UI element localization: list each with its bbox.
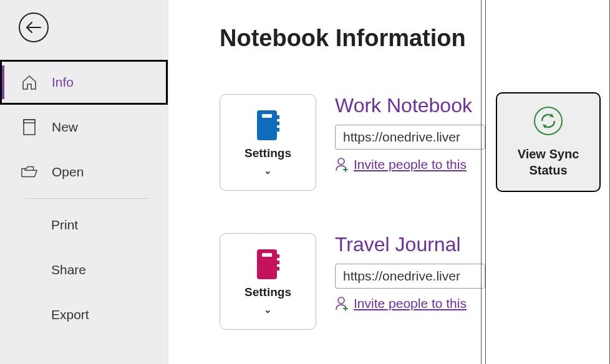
chevron-down-icon: ⌄ [264,165,272,176]
home-icon [21,74,38,91]
svg-rect-0 [24,120,35,135]
view-sync-status-button[interactable]: View Sync Status [496,92,601,192]
chevron-down-icon: ⌄ [264,304,272,315]
nav-print[interactable]: Print [0,203,168,247]
svg-rect-9 [262,253,272,257]
nav-label: New [52,120,78,135]
invite-row: Invite people to this [335,296,485,311]
notebook-icon [254,109,282,141]
page-title: Notebook Information [220,25,485,52]
sidebar-divider [25,198,149,199]
svg-rect-1 [24,120,35,123]
notebook-info: Travel Journal https://onedrive.liver In… [335,233,485,311]
folder-open-icon [21,163,38,181]
person-add-icon [335,296,350,311]
nav-info[interactable]: Info [0,60,168,105]
notebook-settings-button[interactable]: Settings ⌄ [220,94,316,191]
settings-label: Settings [244,146,291,160]
nav-new[interactable]: New [0,105,168,150]
vertical-separator [481,0,482,364]
notebook-title: Travel Journal [335,233,485,256]
notebook-settings-button[interactable]: Settings ⌄ [220,233,316,330]
right-column: View Sync Status [485,0,610,364]
center-column: Notebook Information Settings ⌄ Work Not… [168,0,485,364]
svg-rect-12 [277,267,279,271]
invite-link[interactable]: Invite people to this [354,157,467,172]
svg-rect-11 [277,261,279,264]
sync-label: View Sync Status [518,146,579,178]
nav-label: Open [52,165,84,180]
sync-icon [533,106,563,136]
main-panel: Notebook Information Settings ⌄ Work Not… [168,0,610,364]
svg-rect-3 [262,114,272,118]
svg-rect-10 [277,254,279,258]
nav-sub-label: Share [51,262,86,277]
notebook-row: Settings ⌄ Travel Journal https://onedri… [220,233,485,330]
notebook-icon [254,248,282,280]
svg-point-14 [535,107,562,135]
nav-sub-label: Export [51,307,89,322]
backstage-sidebar: Info New Open Print Share Export [0,0,168,364]
nav-label: Info [52,75,74,90]
svg-point-7 [338,158,344,165]
nav-open[interactable]: Open [0,150,168,194]
arrow-left-icon [26,21,42,34]
settings-label: Settings [244,285,291,299]
notebook-title: Work Notebook [335,94,485,117]
nav-sub-label: Print [51,218,78,232]
notebook-url-field[interactable]: https://onedrive.liver [335,264,485,289]
invite-link[interactable]: Invite people to this [354,296,467,311]
notebook-info: Work Notebook https://onedrive.liver Inv… [335,94,485,172]
svg-rect-4 [277,115,279,119]
svg-point-13 [338,297,344,304]
invite-row: Invite people to this [335,157,485,172]
notebook-url-field[interactable]: https://onedrive.liver [335,125,485,150]
nav-share[interactable]: Share [0,247,168,292]
page-icon [21,118,38,136]
person-add-icon [335,157,350,172]
svg-rect-5 [277,122,279,125]
nav-export[interactable]: Export [0,292,168,337]
svg-rect-6 [277,128,279,132]
back-button[interactable] [19,12,49,42]
notebook-row: Settings ⌄ Work Notebook https://onedriv… [220,94,485,191]
